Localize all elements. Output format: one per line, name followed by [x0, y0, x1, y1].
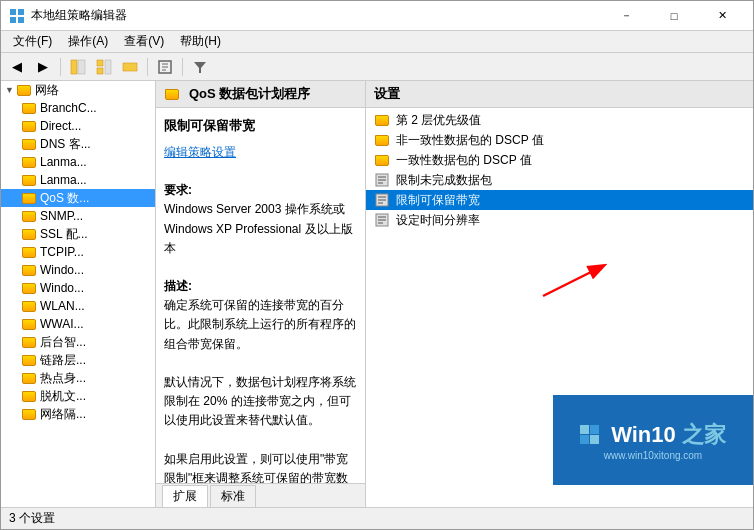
status-text: 3 个设置 [9, 510, 55, 527]
svg-rect-4 [71, 60, 77, 74]
policy-settings-link[interactable]: 编辑策略设置 [164, 145, 236, 159]
watermark: Win10 之家 www.win10xitong.com [553, 395, 753, 485]
svg-rect-8 [105, 60, 111, 74]
requirement-text: Windows Server 2003 操作系统或 Windows XP Pro… [164, 202, 353, 254]
properties-button[interactable] [153, 56, 177, 78]
right-item-icon-0 [374, 112, 390, 128]
tree-item-2[interactable]: DNS 客... [1, 135, 155, 153]
tree-item-6[interactable]: SNMP... [1, 207, 155, 225]
tree-item-8[interactable]: TCPIP... [1, 243, 155, 261]
tree-panel: ▼ 网络 BranchC... Direct... DNS 客... Lan [1, 81, 156, 507]
right-item-icon-4 [374, 192, 390, 208]
right-item-2[interactable]: 一致性数据包的 DSCP 值 [366, 150, 753, 170]
menu-view[interactable]: 查看(V) [116, 31, 172, 52]
watermark-url: www.win10xitong.com [580, 450, 726, 461]
menu-bar: 文件(F) 操作(A) 查看(V) 帮助(H) [1, 31, 753, 53]
svg-rect-1 [18, 9, 24, 15]
tree-item-16[interactable]: 脱机文... [1, 387, 155, 405]
folder-icon-9 [21, 262, 37, 278]
right-item-5[interactable]: 设定时间分辨率 [366, 210, 753, 230]
tree-item-0[interactable]: BranchC... [1, 99, 155, 117]
folder-icon-4 [21, 172, 37, 188]
close-button[interactable]: ✕ [699, 2, 745, 30]
folder-icon-16 [21, 388, 37, 404]
folder-icon-3 [21, 154, 37, 170]
tree-item-10[interactable]: Windo... [1, 279, 155, 297]
folder-icon-10 [21, 280, 37, 296]
expand-arrow-network: ▼ [5, 86, 14, 95]
right-item-4[interactable]: 限制可保留带宽 [366, 190, 753, 210]
app-icon [9, 8, 25, 24]
toolbar-separator-1 [60, 58, 61, 76]
folder-icon-7 [21, 226, 37, 242]
right-item-3[interactable]: 限制未完成数据包 [366, 170, 753, 190]
middle-section-title: 限制可保留带宽 [164, 116, 357, 137]
tree-item-14[interactable]: 链路层... [1, 351, 155, 369]
folder-icon-2 [21, 136, 37, 152]
main-content: ▼ 网络 BranchC... Direct... DNS 客... Lan [1, 81, 753, 507]
tree-item-7[interactable]: SSL 配... [1, 225, 155, 243]
right-item-0[interactable]: 第 2 层优先级值 [366, 110, 753, 130]
svg-rect-7 [97, 68, 103, 74]
right-item-1[interactable]: 非一致性数据包的 DSCP 值 [366, 130, 753, 150]
tab-extend[interactable]: 扩展 [162, 485, 208, 507]
menu-file[interactable]: 文件(F) [5, 31, 60, 52]
tree-item-5[interactable]: QoS 数... [1, 189, 155, 207]
default-text: 默认情况下，数据包计划程序将系统限制在 20% 的连接带宽之内，但可以使用此设置… [164, 375, 356, 427]
tree-item-13[interactable]: 后台智... [1, 333, 155, 351]
title-bar: 本地组策略编辑器 － □ ✕ [1, 1, 753, 31]
watermark-title: Win10 之家 [611, 420, 726, 450]
svg-rect-9 [123, 63, 137, 71]
tree-item-11[interactable]: WLAN... [1, 297, 155, 315]
show-hide-button[interactable] [66, 56, 90, 78]
folder-icon-11 [21, 298, 37, 314]
folder-icon-12 [21, 316, 37, 332]
main-window: 本地组策略编辑器 － □ ✕ 文件(F) 操作(A) 查看(V) 帮助(H) ◀… [0, 0, 754, 530]
middle-panel: QoS 数据包计划程序 限制可保留带宽 编辑策略设置 要求: Windows S… [156, 81, 366, 507]
minimize-button[interactable]: － [603, 2, 649, 30]
folder-icon-14 [21, 352, 37, 368]
tree-item-4[interactable]: Lanma... [1, 171, 155, 189]
menu-help[interactable]: 帮助(H) [172, 31, 229, 52]
back-button[interactable]: ◀ [5, 56, 29, 78]
maximize-button[interactable]: □ [651, 2, 697, 30]
collapse-button[interactable] [118, 56, 142, 78]
svg-rect-6 [97, 60, 103, 66]
right-item-icon-2 [374, 152, 390, 168]
network-label: 网络 [35, 82, 59, 99]
middle-body: 限制可保留带宽 编辑策略设置 要求: Windows Server 2003 操… [156, 108, 365, 483]
win-logo-icon [580, 425, 599, 444]
description-title: 描述: [164, 279, 192, 293]
right-panel-wrapper: 设置 第 2 层优先级值 非一致性数据包的 DSCP 值 [366, 81, 753, 507]
folder-icon-13 [21, 334, 37, 350]
window-controls: － □ ✕ [603, 2, 745, 30]
folder-icon-1 [21, 118, 37, 134]
status-bar: 3 个设置 [1, 507, 753, 529]
network-folder-icon [16, 82, 32, 98]
tree-item-17[interactable]: 网络隔... [1, 405, 155, 423]
middle-folder-icon [164, 86, 180, 102]
window-title: 本地组策略编辑器 [31, 7, 603, 24]
tree-network-item[interactable]: ▼ 网络 [1, 81, 155, 99]
folder-icon-0 [21, 100, 37, 116]
right-item-icon-5 [374, 212, 390, 228]
forward-button[interactable]: ▶ [31, 56, 55, 78]
tree-item-12[interactable]: WWAI... [1, 315, 155, 333]
right-item-icon-1 [374, 132, 390, 148]
tree-item-1[interactable]: Direct... [1, 117, 155, 135]
tree-item-3[interactable]: Lanma... [1, 153, 155, 171]
filter-button[interactable] [188, 56, 212, 78]
folder-icon-15 [21, 370, 37, 386]
menu-action[interactable]: 操作(A) [60, 31, 116, 52]
expand-button[interactable] [92, 56, 116, 78]
svg-rect-0 [10, 9, 16, 15]
folder-icon-5 [21, 190, 37, 206]
tab-standard[interactable]: 标准 [210, 485, 256, 507]
svg-rect-2 [10, 17, 16, 23]
right-item-icon-3 [374, 172, 390, 188]
toolbar-separator-2 [147, 58, 148, 76]
svg-rect-5 [78, 60, 85, 74]
tree-item-15[interactable]: 热点身... [1, 369, 155, 387]
tree-item-9[interactable]: Windo... [1, 261, 155, 279]
toolbar: ◀ ▶ [1, 53, 753, 81]
